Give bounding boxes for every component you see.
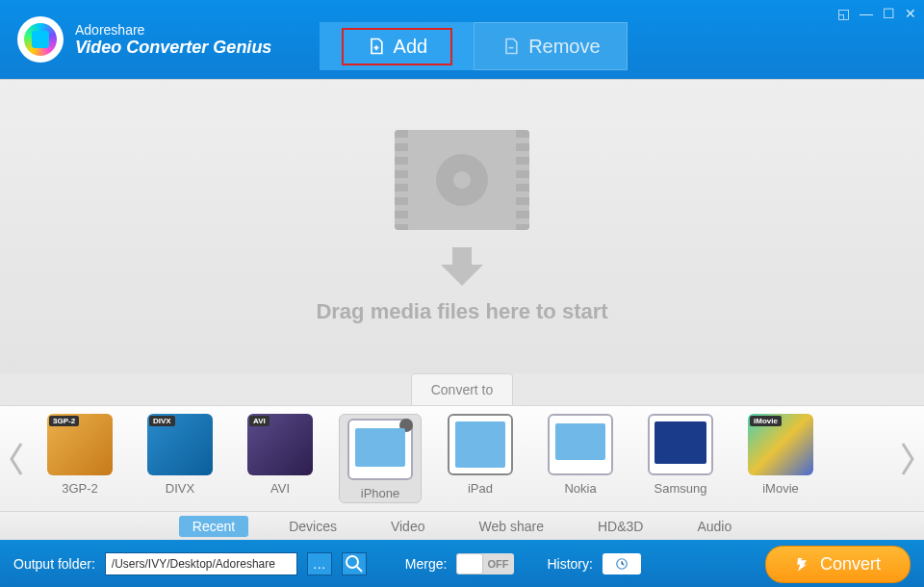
convert-label: Convert	[820, 554, 881, 574]
search-icon	[343, 552, 366, 575]
gear-icon[interactable]	[399, 419, 413, 432]
convert-to-label: Convert to	[411, 373, 514, 405]
remove-button[interactable]: Remove	[474, 22, 628, 70]
format-divx[interactable]: DIVX DIVX	[139, 414, 221, 503]
chevron-left-icon	[8, 440, 27, 478]
cat-webshare[interactable]: Web share	[465, 516, 556, 537]
titlebar: Adoreshare Video Converter Genius Add Re…	[0, 0, 924, 79]
scroll-right-button[interactable]	[889, 440, 924, 478]
brand-company: Adoreshare	[75, 22, 271, 38]
cat-audio[interactable]: Audio	[683, 516, 745, 537]
arrow-down-icon	[441, 265, 483, 286]
add-file-icon	[367, 37, 386, 56]
scroll-left-button[interactable]	[0, 440, 35, 478]
output-folder-input[interactable]	[105, 552, 297, 575]
format-imovie[interactable]: iMovie iMovie	[739, 414, 822, 503]
cat-recent[interactable]: Recent	[179, 516, 248, 537]
svg-point-0	[346, 556, 358, 568]
history-label: History:	[547, 556, 592, 572]
film-reel-icon	[395, 130, 529, 230]
drop-area[interactable]: Drag media files here to start	[0, 79, 924, 373]
category-row: Recent Devices Video Web share HD&3D Aud…	[0, 511, 924, 540]
cat-hd3d[interactable]: HD&3D	[584, 516, 656, 537]
output-folder-label: Output folder:	[13, 556, 95, 572]
window-controls: ◱ — ☐ ✕	[837, 6, 916, 21]
brand-product: Video Converter Genius	[75, 38, 271, 58]
open-folder-button[interactable]	[342, 552, 367, 575]
format-ipad[interactable]: iPad	[439, 414, 522, 503]
clock-icon	[615, 557, 629, 571]
close-icon[interactable]: ✕	[905, 6, 916, 21]
minimize-icon[interactable]: —	[860, 6, 873, 21]
add-label: Add	[394, 36, 428, 58]
drag-hint: Drag media files here to start	[316, 299, 607, 324]
convert-button[interactable]: Convert	[765, 546, 911, 583]
chevron-right-icon	[897, 440, 916, 478]
history-button[interactable]	[603, 553, 641, 574]
convert-icon	[795, 555, 812, 573]
format-items: 3GP-2 3GP-2 DIVX DIVX AVI AVI iPhone iPa…	[35, 414, 889, 503]
merge-toggle[interactable]: OFF	[456, 553, 514, 574]
format-nokia[interactable]: Nokia	[539, 414, 622, 503]
app-logo	[17, 16, 64, 63]
format-strip: 3GP-2 3GP-2 DIVX DIVX AVI AVI iPhone iPa…	[0, 405, 924, 511]
footer-bar: Output folder: … Merge: OFF History: Con…	[0, 540, 924, 587]
maximize-icon[interactable]: ☐	[883, 6, 895, 21]
cat-devices[interactable]: Devices	[275, 516, 350, 537]
format-avi[interactable]: AVI AVI	[239, 414, 321, 503]
convert-to-tab: Convert to	[0, 373, 924, 405]
format-iphone[interactable]: iPhone	[339, 414, 422, 503]
cat-video[interactable]: Video	[377, 516, 439, 537]
browse-button[interactable]: …	[307, 552, 332, 575]
add-button[interactable]: Add	[320, 22, 474, 70]
merge-label: Merge:	[405, 556, 448, 572]
remove-file-icon	[501, 37, 521, 56]
feedback-icon[interactable]: ◱	[837, 6, 850, 21]
brand-block: Adoreshare Video Converter Genius	[75, 22, 271, 58]
toolbar-buttons: Add Remove	[320, 9, 628, 70]
remove-label: Remove	[528, 36, 600, 58]
format-3gp2[interactable]: 3GP-2 3GP-2	[38, 414, 121, 503]
format-samsung[interactable]: Samsung	[639, 414, 722, 503]
